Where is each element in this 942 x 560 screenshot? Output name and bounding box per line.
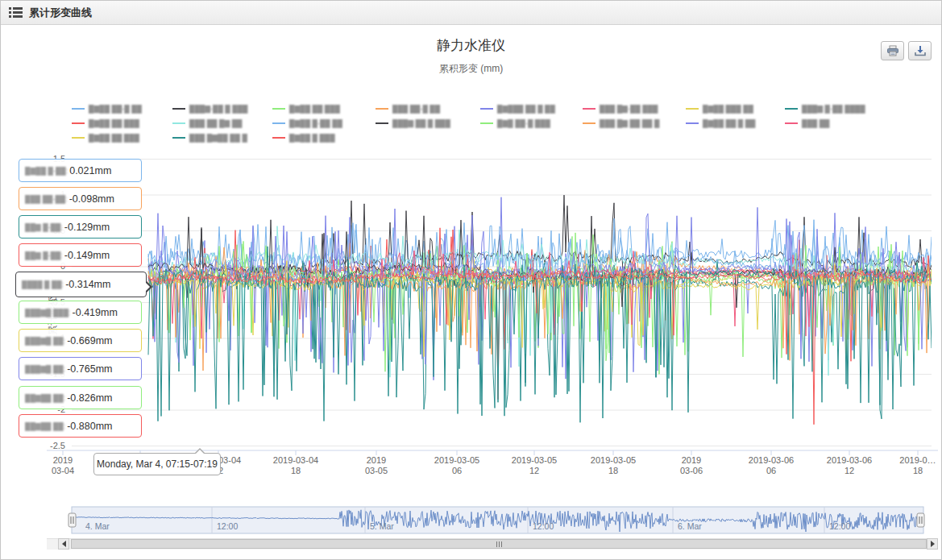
- navigator-axis-label: 4. Mar: [85, 521, 110, 531]
- legend-line-marker: [376, 108, 388, 110]
- legend-item[interactable]: █▇██ █-██ ██: [272, 118, 342, 129]
- navigator-axis-label: 12:00: [217, 521, 238, 531]
- legend-line-marker: [480, 108, 493, 110]
- legend-line-marker: [686, 122, 699, 124]
- scrollbar-right-button[interactable]: [927, 538, 938, 550]
- legend-line-marker: [785, 122, 798, 124]
- tooltip-box: ███ ██-██:-0.098mm: [19, 187, 142, 210]
- x-axis-label: 2019-0…18: [869, 455, 942, 476]
- legend-label: ███ ██ █▇ ██: [189, 119, 242, 127]
- legend-line-marker: [272, 108, 285, 110]
- tooltip-box: ██▇██ ██:-0.826mm: [19, 386, 142, 409]
- y-axis-label: -2.5: [33, 441, 65, 450]
- tooltip-box: ███▇█ ██:-0.765mm: [19, 357, 142, 380]
- tooltip-series-label: ████ █ ██:: [22, 280, 64, 288]
- legend-item[interactable]: █▇██ ██ ███: [272, 103, 340, 114]
- legend-item[interactable]: █▇██ ███ ██: [686, 103, 753, 114]
- legend-line-marker: [785, 108, 798, 110]
- legend-label: █▇██ ██ ███: [89, 134, 139, 142]
- legend-item[interactable]: █▇█ ██-█ ███: [480, 118, 550, 129]
- legend-item[interactable]: █▇██ █ ███: [272, 132, 335, 143]
- right-arrow-icon: [931, 541, 935, 547]
- tooltip-value: -0.098mm: [69, 193, 114, 205]
- series-lines: [148, 195, 932, 425]
- legend-label: █▇██ █ ███: [289, 134, 335, 142]
- legend-item[interactable]: ███▇ ██ █ ███: [376, 118, 450, 129]
- tooltip-box: ██▇ █-██:-0.129mm: [19, 215, 142, 239]
- tooltip-date-header: Monday, Mar 4, 07:15-07:19: [93, 453, 221, 475]
- tooltip-series-label: ███▇█ ███:: [25, 309, 71, 317]
- legend-item[interactable]: ███ █▇██ ██ █: [172, 132, 247, 143]
- legend-line-marker: [172, 122, 185, 124]
- legend-label: █▇██ ██-█ ██: [89, 105, 142, 113]
- legend-item[interactable]: █▇███ ██ █ ██: [480, 103, 555, 114]
- legend-label: █▇█ ██-█ ███: [497, 119, 550, 127]
- tooltip-series-label: ███▇█ ██:: [25, 337, 65, 345]
- legend-item[interactable]: █▇██ ██ █ ██: [686, 118, 755, 129]
- tooltip-value: -0.149mm: [64, 250, 110, 261]
- legend-line-marker: [72, 108, 85, 110]
- tooltip-series-label: ███▇█ ██:: [25, 365, 65, 373]
- tooltip-value: -0.669mm: [67, 335, 112, 346]
- tooltip-series-label: ██▇ █-██:: [25, 223, 63, 231]
- chart-panel: 累计形变曲线 静力水准仪 累积形变 (mm) 累计形变(mm) █▇██ ██-…: [0, 0, 942, 560]
- legend-label: ███ ██: [802, 119, 829, 127]
- legend-line-marker: [72, 137, 85, 139]
- legend-label: ███ █▇██ ██ █: [189, 134, 247, 142]
- tooltip-box: █▇██ █-██:0.021mm: [19, 159, 142, 182]
- tooltip-box: ██▇██ ██:-0.880mm: [19, 414, 142, 438]
- legend-label: ███ █▇ ██ ██ █: [600, 119, 659, 127]
- scrollbar-left-button[interactable]: [58, 538, 69, 550]
- legend-label: █▇███ ██ █ ██: [497, 105, 555, 113]
- tooltip-series-label: ██▇ █-██:: [25, 251, 63, 259]
- legend-line-marker: [172, 108, 185, 110]
- legend-label: █▇██ █-██ ██: [289, 119, 342, 127]
- tooltip-box: ████ █ ██:-0.314mm: [15, 272, 147, 297]
- legend-label: ███▇-██ █ ███: [189, 105, 247, 113]
- legend-line-marker: [583, 108, 595, 110]
- tooltip-series-label: ██▇██ ██:: [25, 422, 65, 430]
- legend-label: █▇██ ██ ███: [89, 119, 139, 127]
- navigator-axis-label: 12:00: [533, 521, 554, 531]
- legend-line-marker: [172, 137, 185, 139]
- legend-line-marker: [480, 122, 493, 124]
- tooltip-series-label: █▇██ █-██:: [25, 167, 68, 175]
- legend-line-marker: [272, 122, 285, 124]
- legend-line-marker: [72, 122, 85, 124]
- legend-item[interactable]: █▇██ ██-█ ██: [72, 103, 142, 114]
- legend-item[interactable]: ███▇ █-██ ████: [785, 103, 865, 114]
- navigator-axis-label: 6. Mar: [678, 521, 702, 531]
- navigator-axis-label: 12:00: [829, 521, 850, 531]
- tooltip-value: -0.880mm: [67, 421, 112, 432]
- legend-item[interactable]: █▇██ ██ ███: [72, 118, 139, 129]
- legend-label: █▇██ ██ ███: [289, 105, 340, 113]
- legend-item[interactable]: ███ ██: [785, 118, 829, 129]
- scrollbar-thumb[interactable]: [71, 539, 927, 549]
- legend-line-marker: [272, 137, 285, 139]
- tooltip-box: ██▇ █-██:-0.149mm: [19, 243, 142, 267]
- legend-line-marker: [686, 108, 699, 110]
- tooltip-value: -0.129mm: [64, 222, 110, 233]
- legend-item[interactable]: ███ ██ █▇ ██: [172, 118, 242, 129]
- legend-label: ███ █▇-██ ███: [600, 105, 658, 113]
- legend-label: █▇██ ███ ██: [703, 105, 753, 113]
- tooltip-box: ███▇█ ██:-0.669mm: [19, 329, 142, 352]
- legend-item[interactable]: ███ █▇ ██ ██ █: [583, 118, 659, 129]
- legend-item[interactable]: █▇██ ██ ███: [72, 132, 139, 143]
- tooltip-series-label: ██▇██ ██:: [25, 394, 65, 402]
- legend-line-marker: [376, 122, 388, 124]
- left-arrow-icon: [62, 541, 66, 547]
- legend-label: ███ ██-█ ██: [392, 105, 440, 113]
- tooltip-value: -0.419mm: [73, 307, 118, 318]
- navigator-axis-label: 5. Mar: [370, 521, 394, 531]
- tooltip-value: -0.765mm: [67, 363, 112, 375]
- navigator-handle-left[interactable]: [68, 513, 76, 527]
- navigator-handle-right[interactable]: [917, 513, 924, 527]
- legend-label: ███▇ █-██ ████: [802, 105, 865, 113]
- legend-item[interactable]: ███▇-██ █ ███: [172, 103, 247, 114]
- tooltip-value: -0.826mm: [67, 392, 112, 404]
- tooltip-series-label: ███ ██-██:: [25, 195, 68, 203]
- legend-line-marker: [583, 122, 595, 124]
- legend-item[interactable]: ███ ██-█ ██: [376, 103, 440, 114]
- legend-item[interactable]: ███ █▇-██ ███: [583, 103, 658, 114]
